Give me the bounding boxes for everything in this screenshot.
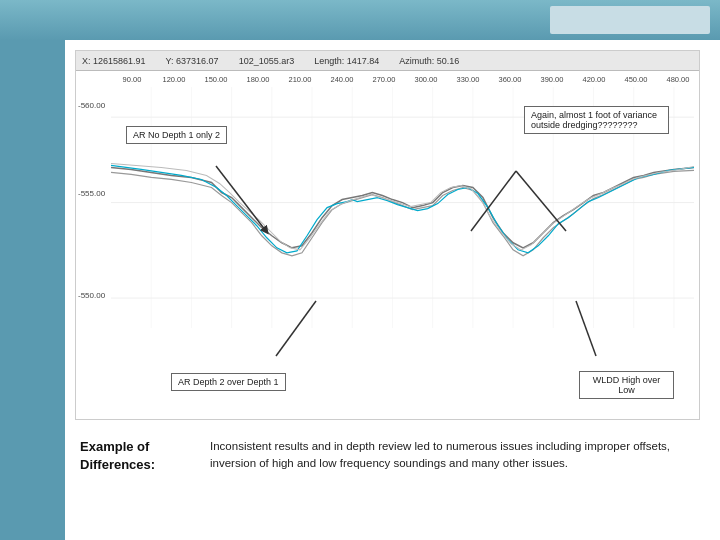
- x-label-180: 180.00: [237, 75, 279, 84]
- x-label-390: 390.00: [531, 75, 573, 84]
- annotation-ar-no-depth: AR No Depth 1 only 2: [126, 126, 227, 144]
- annotation-wldd-high: WLDD High over Low: [579, 371, 674, 399]
- x-label-450: 450.00: [615, 75, 657, 84]
- y-label-560: -560.00: [78, 101, 105, 110]
- example-label-text: Example ofDifferences:: [80, 439, 155, 472]
- annotation-ar-depth-2: AR Depth 2 over Depth 1: [171, 373, 286, 391]
- top-bar-right-element: [550, 6, 710, 34]
- right-content: X: 12615861.91 Y: 637316.07 102_1055.ar3…: [65, 40, 720, 540]
- x-label-270: 270.00: [363, 75, 405, 84]
- x-axis: 90.00 120.00 150.00 180.00 210.00 240.00…: [76, 71, 699, 87]
- main-content: X: 12615861.91 Y: 637316.07 102_1055.ar3…: [0, 40, 720, 540]
- x-label-120: 120.00: [153, 75, 195, 84]
- length: Length: 1417.84: [314, 56, 379, 66]
- top-bar: [0, 0, 720, 40]
- y-label-555: -555.00: [78, 189, 105, 198]
- x-label-210: 210.00: [279, 75, 321, 84]
- filename: 102_1055.ar3: [239, 56, 295, 66]
- coord-x: X: 12615861.91: [82, 56, 146, 66]
- x-label-150: 150.00: [195, 75, 237, 84]
- x-label-300: 300.00: [405, 75, 447, 84]
- x-label-420: 420.00: [573, 75, 615, 84]
- x-label-330: 330.00: [447, 75, 489, 84]
- x-label-90: 90.00: [111, 75, 153, 84]
- coord-y: Y: 637316.07: [166, 56, 219, 66]
- x-label-240: 240.00: [321, 75, 363, 84]
- chart-toolbar: X: 12615861.91 Y: 637316.07 102_1055.ar3…: [76, 51, 699, 71]
- x-label-360: 360.00: [489, 75, 531, 84]
- left-sidebar: [0, 40, 65, 540]
- bottom-section: Example ofDifferences: Inconsistent resu…: [75, 438, 700, 474]
- chart-area: X: 12615861.91 Y: 637316.07 102_1055.ar3…: [75, 50, 700, 420]
- y-label-550: -550.00: [78, 291, 105, 300]
- x-label-480: 480.00: [657, 75, 699, 84]
- example-label: Example ofDifferences:: [80, 438, 190, 474]
- annotation-almost-1-foot: Again, almost 1 foot of variance outside…: [524, 106, 669, 134]
- description-text: Inconsistent results and in depth review…: [210, 438, 695, 473]
- azimuth: Azimuth: 50.16: [399, 56, 459, 66]
- chart-body: -560.00 -555.00 -550.00 90.00 120.00 150…: [76, 71, 699, 419]
